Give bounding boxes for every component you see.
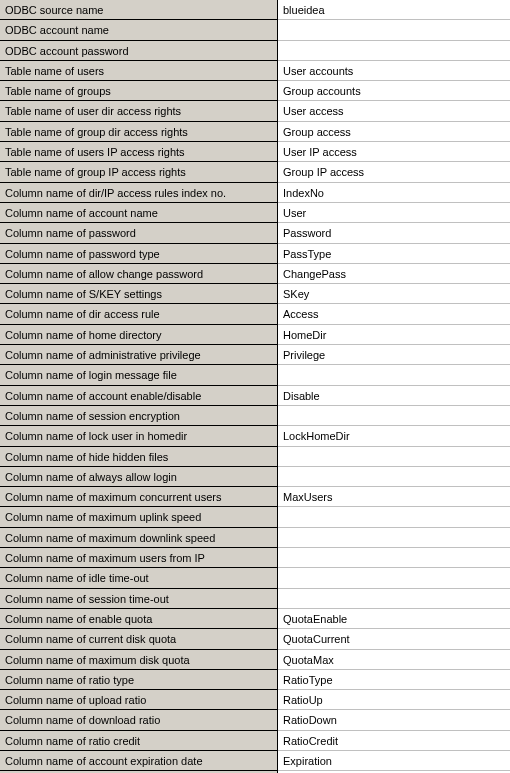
setting-label: ODBC account name <box>0 20 278 40</box>
table-row: Column name of idle time-out <box>0 568 510 588</box>
setting-value[interactable]: QuotaCurrent <box>278 629 510 649</box>
setting-label: Column name of maximum users from IP <box>0 548 278 568</box>
table-row: Column name of passwordPassword <box>0 223 510 243</box>
setting-value[interactable]: User IP access <box>278 142 510 162</box>
setting-label: Column name of download ratio <box>0 710 278 730</box>
setting-label: Column name of session encryption <box>0 406 278 426</box>
setting-label: ODBC source name <box>0 0 278 20</box>
setting-label: Column name of home directory <box>0 325 278 345</box>
setting-value[interactable]: blueidea <box>278 0 510 20</box>
table-row: Column name of lock user in homedirLockH… <box>0 426 510 446</box>
setting-value[interactable]: Group accounts <box>278 81 510 101</box>
setting-value[interactable] <box>278 41 510 61</box>
setting-value[interactable]: User <box>278 203 510 223</box>
setting-value[interactable]: QuotaMax <box>278 650 510 670</box>
setting-value[interactable]: Expiration <box>278 751 510 771</box>
table-row: Column name of always allow login <box>0 467 510 487</box>
setting-label: Column name of maximum downlink speed <box>0 528 278 548</box>
table-row: Column name of download ratioRatioDown <box>0 710 510 730</box>
setting-label: Table name of group dir access rights <box>0 122 278 142</box>
setting-value[interactable]: User accounts <box>278 61 510 81</box>
setting-value[interactable]: LockHomeDir <box>278 426 510 446</box>
setting-value[interactable]: Group IP access <box>278 162 510 182</box>
setting-value[interactable]: RatioCredit <box>278 731 510 751</box>
setting-value[interactable] <box>278 548 510 568</box>
table-row: Column name of dir/IP access rules index… <box>0 183 510 203</box>
setting-value[interactable]: Group access <box>278 122 510 142</box>
table-row: Table name of user dir access rightsUser… <box>0 101 510 121</box>
setting-label: Table name of group IP access rights <box>0 162 278 182</box>
setting-value[interactable] <box>278 447 510 467</box>
setting-value[interactable]: QuotaEnable <box>278 609 510 629</box>
setting-value[interactable] <box>278 528 510 548</box>
setting-label: Table name of users IP access rights <box>0 142 278 162</box>
table-row: Column name of maximum concurrent usersM… <box>0 487 510 507</box>
setting-label: Column name of login message file <box>0 365 278 385</box>
table-row: Column name of S/KEY settingsSKey <box>0 284 510 304</box>
table-row: ODBC account password <box>0 41 510 61</box>
setting-label: Column name of idle time-out <box>0 568 278 588</box>
table-row: Column name of allow change passwordChan… <box>0 264 510 284</box>
setting-label: Column name of hide hidden files <box>0 447 278 467</box>
setting-value[interactable]: Disable <box>278 386 510 406</box>
setting-label: Column name of lock user in homedir <box>0 426 278 446</box>
table-row: Column name of account nameUser <box>0 203 510 223</box>
setting-label: Column name of ratio type <box>0 670 278 690</box>
table-row: Column name of account expiration dateEx… <box>0 751 510 771</box>
setting-value[interactable]: SKey <box>278 284 510 304</box>
setting-label: Column name of password type <box>0 244 278 264</box>
table-row: Column name of current disk quotaQuotaCu… <box>0 629 510 649</box>
setting-value[interactable]: RatioUp <box>278 690 510 710</box>
setting-label: Column name of password <box>0 223 278 243</box>
setting-label: Column name of current disk quota <box>0 629 278 649</box>
setting-value[interactable] <box>278 20 510 40</box>
setting-label: Column name of account name <box>0 203 278 223</box>
setting-label: Table name of users <box>0 61 278 81</box>
setting-label: Column name of administrative privilege <box>0 345 278 365</box>
table-row: ODBC account name <box>0 20 510 40</box>
table-row: Column name of account enable/disableDis… <box>0 386 510 406</box>
setting-value[interactable]: RatioDown <box>278 710 510 730</box>
setting-value[interactable]: User access <box>278 101 510 121</box>
setting-value[interactable]: MaxUsers <box>278 487 510 507</box>
setting-value[interactable]: IndexNo <box>278 183 510 203</box>
table-row: Column name of password typePassType <box>0 244 510 264</box>
setting-value[interactable]: ChangePass <box>278 264 510 284</box>
setting-value[interactable] <box>278 507 510 527</box>
setting-label: Table name of user dir access rights <box>0 101 278 121</box>
setting-value[interactable]: Privilege <box>278 345 510 365</box>
table-row: Column name of maximum users from IP <box>0 548 510 568</box>
table-row: Table name of usersUser accounts <box>0 61 510 81</box>
setting-value[interactable]: HomeDir <box>278 325 510 345</box>
setting-label: Column name of account enable/disable <box>0 386 278 406</box>
table-row: Column name of administrative privilegeP… <box>0 345 510 365</box>
setting-value[interactable] <box>278 406 510 426</box>
setting-label: Column name of dir/IP access rules index… <box>0 183 278 203</box>
settings-table: ODBC source nameblueideaODBC account nam… <box>0 0 510 773</box>
setting-label: Column name of account expiration date <box>0 751 278 771</box>
setting-value[interactable]: PassType <box>278 244 510 264</box>
table-row: Column name of ratio typeRatioType <box>0 670 510 690</box>
table-row: Column name of session time-out <box>0 589 510 609</box>
table-row: Column name of dir access ruleAccess <box>0 304 510 324</box>
setting-value[interactable] <box>278 568 510 588</box>
setting-label: Column name of always allow login <box>0 467 278 487</box>
setting-value[interactable] <box>278 589 510 609</box>
setting-value[interactable]: Password <box>278 223 510 243</box>
setting-label: Column name of maximum disk quota <box>0 650 278 670</box>
table-row: Column name of enable quotaQuotaEnable <box>0 609 510 629</box>
setting-label: Column name of session time-out <box>0 589 278 609</box>
setting-label: Column name of dir access rule <box>0 304 278 324</box>
setting-label: Column name of maximum concurrent users <box>0 487 278 507</box>
setting-label: Column name of enable quota <box>0 609 278 629</box>
setting-label: Column name of allow change password <box>0 264 278 284</box>
setting-value[interactable]: Access <box>278 304 510 324</box>
table-row: Table name of groupsGroup accounts <box>0 81 510 101</box>
setting-label: ODBC account password <box>0 41 278 61</box>
table-row: Table name of users IP access rightsUser… <box>0 142 510 162</box>
setting-value[interactable] <box>278 365 510 385</box>
setting-value[interactable]: RatioType <box>278 670 510 690</box>
table-row: ODBC source nameblueidea <box>0 0 510 20</box>
setting-value[interactable] <box>278 467 510 487</box>
table-row: Column name of maximum downlink speed <box>0 528 510 548</box>
